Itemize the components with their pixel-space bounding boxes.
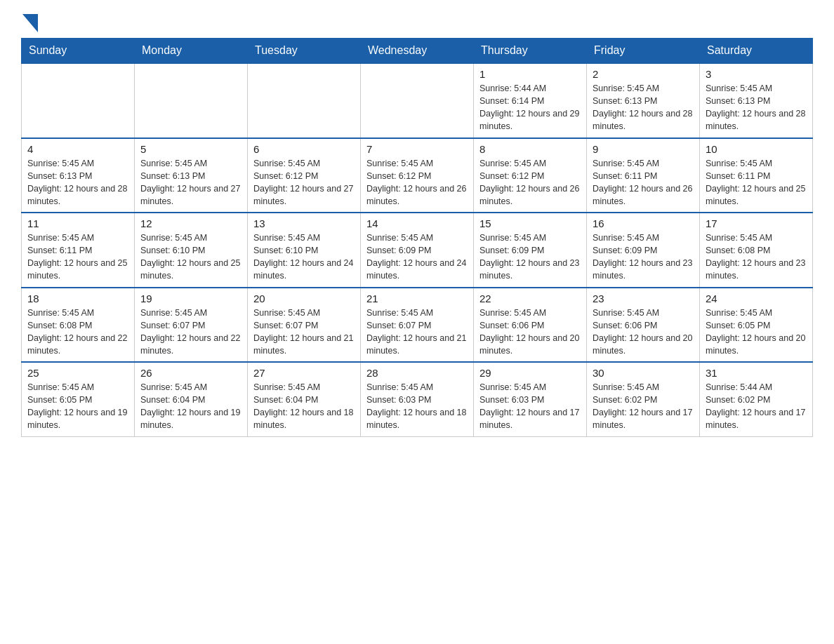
day-number: 16 <box>593 217 694 229</box>
calendar-week-row: 4Sunrise: 5:45 AM Sunset: 6:13 PM Daylig… <box>22 138 813 213</box>
calendar-cell: 23Sunrise: 5:45 AM Sunset: 6:06 PM Dayli… <box>587 288 700 363</box>
calendar-cell <box>22 63 135 138</box>
calendar-cell: 15Sunrise: 5:45 AM Sunset: 6:09 PM Dayli… <box>474 213 587 288</box>
weekday-header-wednesday: Wednesday <box>361 39 474 64</box>
logo <box>21 14 38 31</box>
day-number: 17 <box>706 217 807 229</box>
day-number: 13 <box>253 217 355 229</box>
calendar-cell: 3Sunrise: 5:45 AM Sunset: 6:13 PM Daylig… <box>700 63 813 138</box>
day-info: Sunrise: 5:45 AM Sunset: 6:03 PM Dayligh… <box>479 381 581 432</box>
calendar-week-row: 1Sunrise: 5:44 AM Sunset: 6:14 PM Daylig… <box>22 63 813 138</box>
weekday-header-monday: Monday <box>135 39 248 64</box>
day-info: Sunrise: 5:45 AM Sunset: 6:09 PM Dayligh… <box>479 232 581 283</box>
day-info: Sunrise: 5:45 AM Sunset: 6:08 PM Dayligh… <box>27 307 128 358</box>
day-info: Sunrise: 5:45 AM Sunset: 6:11 PM Dayligh… <box>593 157 694 208</box>
calendar-table: SundayMondayTuesdayWednesdayThursdayFrid… <box>21 38 813 437</box>
day-info: Sunrise: 5:45 AM Sunset: 6:13 PM Dayligh… <box>140 157 241 208</box>
calendar-header-row: SundayMondayTuesdayWednesdayThursdayFrid… <box>22 39 813 64</box>
day-number: 7 <box>366 143 468 155</box>
day-number: 31 <box>706 367 807 379</box>
day-number: 3 <box>706 68 807 80</box>
day-info: Sunrise: 5:45 AM Sunset: 6:06 PM Dayligh… <box>479 307 581 358</box>
calendar-cell: 12Sunrise: 5:45 AM Sunset: 6:10 PM Dayli… <box>135 213 248 288</box>
day-number: 9 <box>593 143 694 155</box>
day-info: Sunrise: 5:45 AM Sunset: 6:09 PM Dayligh… <box>593 232 694 283</box>
day-number: 10 <box>706 143 807 155</box>
day-info: Sunrise: 5:45 AM Sunset: 6:11 PM Dayligh… <box>706 157 807 208</box>
day-number: 25 <box>27 367 128 379</box>
day-info: Sunrise: 5:44 AM Sunset: 6:14 PM Dayligh… <box>479 82 581 133</box>
day-number: 26 <box>140 367 241 379</box>
weekday-header-friday: Friday <box>587 39 700 64</box>
day-info: Sunrise: 5:45 AM Sunset: 6:05 PM Dayligh… <box>27 381 128 432</box>
calendar-cell: 20Sunrise: 5:45 AM Sunset: 6:07 PM Dayli… <box>248 288 361 363</box>
day-info: Sunrise: 5:45 AM Sunset: 6:06 PM Dayligh… <box>593 307 694 358</box>
svg-marker-0 <box>22 14 38 32</box>
calendar-cell: 25Sunrise: 5:45 AM Sunset: 6:05 PM Dayli… <box>22 362 135 436</box>
day-number: 6 <box>253 143 355 155</box>
calendar-cell: 7Sunrise: 5:45 AM Sunset: 6:12 PM Daylig… <box>361 138 474 213</box>
day-info: Sunrise: 5:45 AM Sunset: 6:11 PM Dayligh… <box>27 232 128 283</box>
calendar-cell: 26Sunrise: 5:45 AM Sunset: 6:04 PM Dayli… <box>135 362 248 436</box>
calendar-cell: 9Sunrise: 5:45 AM Sunset: 6:11 PM Daylig… <box>587 138 700 213</box>
day-number: 20 <box>253 293 355 304</box>
day-number: 23 <box>593 293 694 304</box>
weekday-header-sunday: Sunday <box>22 39 135 64</box>
calendar-cell: 14Sunrise: 5:45 AM Sunset: 6:09 PM Dayli… <box>361 213 474 288</box>
calendar-cell: 21Sunrise: 5:45 AM Sunset: 6:07 PM Dayli… <box>361 288 474 363</box>
day-number: 29 <box>479 367 581 379</box>
calendar-cell: 31Sunrise: 5:44 AM Sunset: 6:02 PM Dayli… <box>700 362 813 436</box>
calendar-cell: 16Sunrise: 5:45 AM Sunset: 6:09 PM Dayli… <box>587 213 700 288</box>
day-info: Sunrise: 5:45 AM Sunset: 6:07 PM Dayligh… <box>140 307 241 358</box>
day-info: Sunrise: 5:45 AM Sunset: 6:09 PM Dayligh… <box>366 232 468 283</box>
day-info: Sunrise: 5:45 AM Sunset: 6:12 PM Dayligh… <box>253 157 355 208</box>
day-info: Sunrise: 5:45 AM Sunset: 6:04 PM Dayligh… <box>253 381 355 432</box>
page-header <box>21 14 813 31</box>
day-info: Sunrise: 5:45 AM Sunset: 6:10 PM Dayligh… <box>253 232 355 283</box>
calendar-cell <box>248 63 361 138</box>
calendar-week-row: 18Sunrise: 5:45 AM Sunset: 6:08 PM Dayli… <box>22 288 813 363</box>
calendar-cell: 4Sunrise: 5:45 AM Sunset: 6:13 PM Daylig… <box>22 138 135 213</box>
day-number: 5 <box>140 143 241 155</box>
day-number: 22 <box>479 293 581 304</box>
day-info: Sunrise: 5:45 AM Sunset: 6:08 PM Dayligh… <box>706 232 807 283</box>
day-number: 18 <box>27 293 128 304</box>
calendar-cell: 24Sunrise: 5:45 AM Sunset: 6:05 PM Dayli… <box>700 288 813 363</box>
day-info: Sunrise: 5:45 AM Sunset: 6:13 PM Dayligh… <box>593 82 694 133</box>
calendar-cell: 17Sunrise: 5:45 AM Sunset: 6:08 PM Dayli… <box>700 213 813 288</box>
day-info: Sunrise: 5:45 AM Sunset: 6:12 PM Dayligh… <box>366 157 468 208</box>
calendar-cell: 29Sunrise: 5:45 AM Sunset: 6:03 PM Dayli… <box>474 362 587 436</box>
day-info: Sunrise: 5:45 AM Sunset: 6:05 PM Dayligh… <box>706 307 807 358</box>
calendar-cell: 2Sunrise: 5:45 AM Sunset: 6:13 PM Daylig… <box>587 63 700 138</box>
calendar-week-row: 25Sunrise: 5:45 AM Sunset: 6:05 PM Dayli… <box>22 362 813 436</box>
day-info: Sunrise: 5:45 AM Sunset: 6:10 PM Dayligh… <box>140 232 241 283</box>
calendar-cell: 6Sunrise: 5:45 AM Sunset: 6:12 PM Daylig… <box>248 138 361 213</box>
day-number: 1 <box>479 68 581 80</box>
calendar-cell: 1Sunrise: 5:44 AM Sunset: 6:14 PM Daylig… <box>474 63 587 138</box>
calendar-cell: 10Sunrise: 5:45 AM Sunset: 6:11 PM Dayli… <box>700 138 813 213</box>
day-number: 8 <box>479 143 581 155</box>
day-info: Sunrise: 5:45 AM Sunset: 6:03 PM Dayligh… <box>366 381 468 432</box>
day-number: 11 <box>27 217 128 229</box>
calendar-week-row: 11Sunrise: 5:45 AM Sunset: 6:11 PM Dayli… <box>22 213 813 288</box>
calendar-cell <box>135 63 248 138</box>
day-info: Sunrise: 5:44 AM Sunset: 6:02 PM Dayligh… <box>706 381 807 432</box>
calendar-cell: 28Sunrise: 5:45 AM Sunset: 6:03 PM Dayli… <box>361 362 474 436</box>
day-info: Sunrise: 5:45 AM Sunset: 6:07 PM Dayligh… <box>366 307 468 358</box>
day-number: 27 <box>253 367 355 379</box>
calendar-cell: 11Sunrise: 5:45 AM Sunset: 6:11 PM Dayli… <box>22 213 135 288</box>
weekday-header-saturday: Saturday <box>700 39 813 64</box>
day-number: 24 <box>706 293 807 304</box>
day-info: Sunrise: 5:45 AM Sunset: 6:13 PM Dayligh… <box>706 82 807 133</box>
day-info: Sunrise: 5:45 AM Sunset: 6:02 PM Dayligh… <box>593 381 694 432</box>
weekday-header-tuesday: Tuesday <box>248 39 361 64</box>
day-info: Sunrise: 5:45 AM Sunset: 6:04 PM Dayligh… <box>140 381 241 432</box>
day-number: 15 <box>479 217 581 229</box>
calendar-cell: 19Sunrise: 5:45 AM Sunset: 6:07 PM Dayli… <box>135 288 248 363</box>
calendar-cell: 18Sunrise: 5:45 AM Sunset: 6:08 PM Dayli… <box>22 288 135 363</box>
day-number: 2 <box>593 68 694 80</box>
day-number: 19 <box>140 293 241 304</box>
day-number: 30 <box>593 367 694 379</box>
day-number: 21 <box>366 293 468 304</box>
calendar-cell: 30Sunrise: 5:45 AM Sunset: 6:02 PM Dayli… <box>587 362 700 436</box>
